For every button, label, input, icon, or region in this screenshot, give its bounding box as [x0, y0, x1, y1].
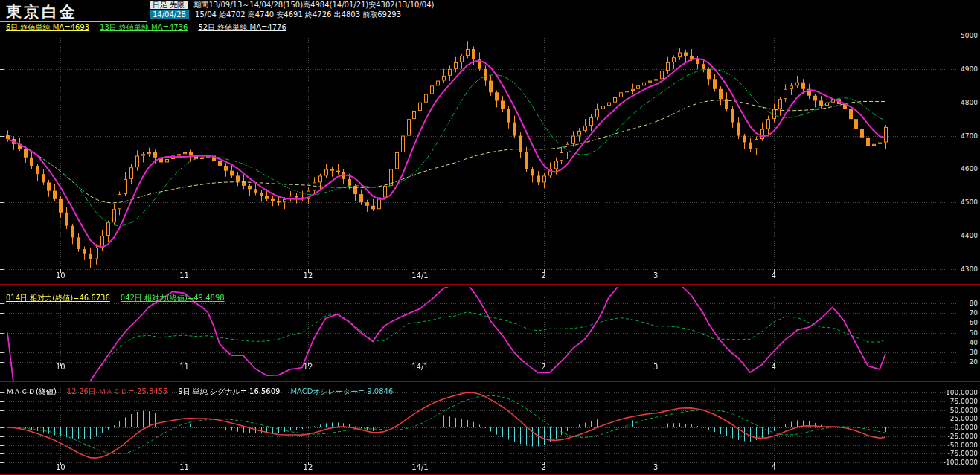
y-axis-label: 20: [970, 358, 978, 366]
header-info-row2: 14/04/28 15/04 始4702 高4740 安4691 終4726 出…: [150, 10, 401, 19]
macd-legend: ＭＡＣＤ(終値)12-26日 ＭＡＣＤ=-25.84559日 単純 シグナル=-…: [6, 387, 403, 397]
x-axis-label: 10: [49, 272, 71, 279]
x-axis-label: 14/1: [409, 363, 431, 371]
x-axis-label: 11: [173, 464, 196, 471]
instrument-title: 東京白金: [6, 1, 77, 22]
ma-legend: 6日 終値単純 MA=469313日 終値単純 MA=473652日 終値単純 …: [6, 22, 297, 33]
price-chart-canvas[interactable]: [0, 33, 960, 284]
y-axis-label: 0.0000: [955, 424, 979, 431]
y-axis-label: 4500: [961, 198, 978, 206]
x-axis-label: 2: [533, 464, 555, 471]
chart-app-window: 東京白金 日足 先限 期間13/09/13～14/04/28(150)高4984…: [0, 0, 980, 475]
x-axis-label: 3: [644, 464, 667, 471]
x-axis-label: 12: [297, 272, 319, 279]
y-axis-label: -100.0000: [944, 459, 978, 466]
x-axis-label: 4: [763, 363, 785, 371]
x-axis-label: 14/1: [409, 272, 431, 279]
panel-separator: [0, 284, 980, 285]
panel-separator: [0, 381, 980, 382]
ma-legend-item-0[interactable]: 6日 終値単純 MA=4693: [6, 23, 89, 31]
y-axis-label: 5000: [961, 32, 978, 39]
rsi-panel: 014日 相対力(終値)=46.6736042日 相対力(終値)=49.4898…: [0, 287, 980, 381]
y-axis-label: 80: [970, 300, 978, 307]
y-axis-label: 4800: [961, 99, 978, 106]
y-axis-label: 75.0000: [950, 398, 978, 405]
y-axis-label: 4700: [961, 132, 978, 140]
macd-legend-item-1[interactable]: 12-26日 ＭＡＣＤ=-25.8455: [67, 387, 168, 395]
y-axis-label: 4900: [961, 65, 978, 73]
period-type-chip: 日足 先限: [150, 1, 188, 9]
title-underline: [0, 21, 147, 22]
y-axis-label: 4300: [961, 265, 978, 273]
x-axis-label: 3: [644, 363, 667, 371]
x-axis-label: 12: [297, 464, 319, 471]
x-axis-label: 11: [173, 272, 196, 279]
macd-chart-canvas[interactable]: [0, 384, 960, 475]
price-panel: 5000490048004700460045004400430010111214…: [0, 33, 980, 284]
x-axis-label: 10: [49, 464, 71, 471]
y-axis-label: -75.0000: [948, 450, 978, 457]
y-axis-label: 70: [970, 309, 978, 317]
y-axis-label: 4400: [961, 232, 978, 239]
x-axis-label: 12: [297, 363, 319, 371]
macd-legend-item-3[interactable]: MACDオシレーター=-9.0846: [290, 387, 393, 395]
y-axis-label: 4600: [961, 165, 978, 172]
date-chip: 14/04/28: [150, 10, 189, 19]
x-axis-label: 2: [533, 363, 555, 371]
x-axis-label: 4: [763, 464, 785, 471]
x-axis-label: 11: [173, 363, 196, 371]
rsi-legend-item-1[interactable]: 042日 相対力(終値)=49.4898: [121, 294, 225, 302]
x-axis-label: 3: [644, 272, 667, 279]
x-axis-label: 4: [763, 272, 785, 279]
y-axis-label: 60: [970, 319, 978, 326]
ma-legend-item-2[interactable]: 52日 終値単純 MA=4776: [198, 23, 286, 31]
ma-legend-item-1[interactable]: 13日 終値単純 MA=4736: [100, 23, 188, 31]
y-axis-label: 40: [970, 339, 978, 346]
range-info-text: 期間13/09/13～14/04/28(150)高4984(14/01/21)安…: [193, 1, 434, 9]
x-axis-label: 10: [49, 363, 71, 371]
x-axis-label: 2: [533, 272, 555, 279]
macd-legend-item-0: ＭＡＣＤ(終値): [6, 387, 57, 395]
macd-panel: ＭＡＣＤ(終値)12-26日 ＭＡＣＤ=-25.84559日 単純 シグナル=-…: [0, 384, 980, 475]
y-axis-label: 50: [970, 329, 978, 337]
y-axis-label: -25.0000: [948, 433, 978, 440]
y-axis-label: 25.0000: [950, 415, 978, 422]
y-axis-label: -50.0000: [948, 442, 978, 449]
ohlc-info-text: 15/04 始4702 高4740 安4691 終4726 出4803 前取69…: [195, 10, 401, 19]
header-info-row1: 日足 先限 期間13/09/13～14/04/28(150)高4984(14/0…: [150, 0, 434, 10]
y-axis-label: 100.0000: [946, 389, 978, 396]
x-axis-label: 14/1: [409, 464, 431, 471]
rsi-legend-item-0[interactable]: 014日 相対力(終値)=46.6736: [6, 294, 110, 302]
rsi-legend: 014日 相対力(終値)=46.6736042日 相対力(終値)=49.4898: [6, 293, 235, 303]
macd-legend-item-2[interactable]: 9日 単純 シグナル=-16.5609: [178, 387, 280, 395]
y-axis-label: 50.0000: [950, 407, 978, 414]
y-axis-label: 30: [970, 349, 978, 356]
